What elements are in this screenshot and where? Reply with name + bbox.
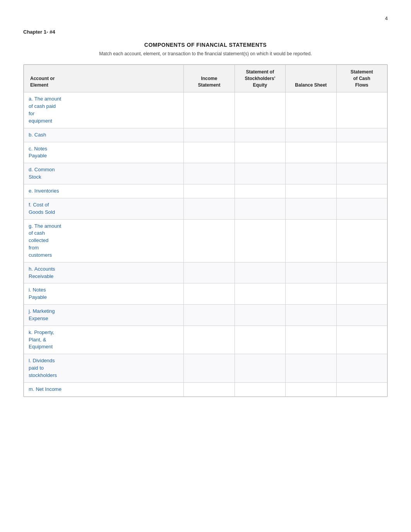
cash-cell-g[interactable] xyxy=(336,219,387,262)
cash-cell-h[interactable] xyxy=(336,262,387,283)
income-cell-g[interactable] xyxy=(184,219,235,262)
cash-cell-j[interactable] xyxy=(336,305,387,326)
table-row: j.MarketingExpense xyxy=(24,305,387,326)
cash-cell-l[interactable] xyxy=(336,354,387,383)
header-cash: Statementof CashFlows xyxy=(336,65,387,92)
income-cell-e[interactable] xyxy=(184,184,235,198)
income-cell-k[interactable] xyxy=(184,326,235,354)
income-cell-m[interactable] xyxy=(184,382,235,396)
account-cell-k: k.Property,Plant, &Equipment xyxy=(24,326,184,354)
table-row: l.Dividendspaid tostockholders xyxy=(24,354,387,383)
cash-cell-e[interactable] xyxy=(336,184,387,198)
table-row: m.Net Income xyxy=(24,382,387,396)
table-row: i.NotesPayable xyxy=(24,283,387,305)
cash-cell-f[interactable] xyxy=(336,198,387,219)
account-cell-i: i.NotesPayable xyxy=(24,283,184,305)
header-income: IncomeStatement xyxy=(184,65,235,92)
balance-cell-f[interactable] xyxy=(286,198,336,219)
income-cell-i[interactable] xyxy=(184,283,235,305)
income-cell-b[interactable] xyxy=(184,128,235,142)
income-cell-h[interactable] xyxy=(184,262,235,283)
balance-cell-m[interactable] xyxy=(286,382,336,396)
stockholders-cell-l[interactable] xyxy=(235,354,285,383)
stockholders-cell-e[interactable] xyxy=(235,184,285,198)
account-cell-h: h.AccountsReceivable xyxy=(24,262,184,283)
income-cell-l[interactable] xyxy=(184,354,235,383)
table-row: h.AccountsReceivable xyxy=(24,262,387,283)
components-table: Account orElement IncomeStatement Statem… xyxy=(23,64,388,397)
table-row: d.CommonStock xyxy=(24,163,387,184)
balance-cell-l[interactable] xyxy=(286,354,336,383)
account-cell-c: c.NotesPayable xyxy=(24,142,184,163)
stockholders-cell-k[interactable] xyxy=(235,326,285,354)
stockholders-cell-m[interactable] xyxy=(235,382,285,396)
table-row: c.NotesPayable xyxy=(24,142,387,163)
cash-cell-i[interactable] xyxy=(336,283,387,305)
stockholders-cell-j[interactable] xyxy=(235,305,285,326)
cash-cell-a[interactable] xyxy=(336,92,387,128)
balance-cell-g[interactable] xyxy=(286,219,336,262)
stockholders-cell-g[interactable] xyxy=(235,219,285,262)
cash-cell-b[interactable] xyxy=(336,128,387,142)
stockholders-cell-f[interactable] xyxy=(235,198,285,219)
stockholders-cell-a[interactable] xyxy=(235,92,285,128)
section-instructions: Match each account, element, or transact… xyxy=(23,51,388,56)
account-cell-m: m.Net Income xyxy=(24,382,184,396)
cash-cell-m[interactable] xyxy=(336,382,387,396)
table-row: g.The amountof cashcollectedfromcustomer… xyxy=(24,219,387,262)
income-cell-a[interactable] xyxy=(184,92,235,128)
account-cell-l: l.Dividendspaid tostockholders xyxy=(24,354,184,383)
chapter-label: Chapter 1- #4 xyxy=(23,29,388,35)
page-number: 4 xyxy=(23,15,388,21)
balance-cell-c[interactable] xyxy=(286,142,336,163)
balance-cell-a[interactable] xyxy=(286,92,336,128)
balance-cell-h[interactable] xyxy=(286,262,336,283)
account-cell-a: a.The amountof cash paidforequipment xyxy=(24,92,184,128)
account-cell-f: f.Cost ofGoods Sold xyxy=(24,198,184,219)
balance-cell-j[interactable] xyxy=(286,305,336,326)
cash-cell-c[interactable] xyxy=(336,142,387,163)
account-cell-g: g.The amountof cashcollectedfromcustomer… xyxy=(24,219,184,262)
account-cell-e: e.Inventories xyxy=(24,184,184,198)
income-cell-d[interactable] xyxy=(184,163,235,184)
income-cell-j[interactable] xyxy=(184,305,235,326)
stockholders-cell-d[interactable] xyxy=(235,163,285,184)
table-row: e.Inventories xyxy=(24,184,387,198)
table-row: b.Cash xyxy=(24,128,387,142)
stockholders-cell-h[interactable] xyxy=(235,262,285,283)
header-account: Account orElement xyxy=(24,65,184,92)
section-title: COMPONENTS OF FINANCIAL STATEMENTS xyxy=(23,42,388,48)
cash-cell-d[interactable] xyxy=(336,163,387,184)
balance-cell-i[interactable] xyxy=(286,283,336,305)
balance-cell-d[interactable] xyxy=(286,163,336,184)
income-cell-f[interactable] xyxy=(184,198,235,219)
stockholders-cell-i[interactable] xyxy=(235,283,285,305)
cash-cell-k[interactable] xyxy=(336,326,387,354)
header-balance: Balance Sheet xyxy=(286,65,336,92)
account-cell-d: d.CommonStock xyxy=(24,163,184,184)
stockholders-cell-b[interactable] xyxy=(235,128,285,142)
table-row: a.The amountof cash paidforequipment xyxy=(24,92,387,128)
income-cell-c[interactable] xyxy=(184,142,235,163)
table-row: k.Property,Plant, &Equipment xyxy=(24,326,387,354)
balance-cell-b[interactable] xyxy=(286,128,336,142)
balance-cell-e[interactable] xyxy=(286,184,336,198)
table-row: f.Cost ofGoods Sold xyxy=(24,198,387,219)
stockholders-cell-c[interactable] xyxy=(235,142,285,163)
account-cell-b: b.Cash xyxy=(24,128,184,142)
table-header-row: Account orElement IncomeStatement Statem… xyxy=(24,65,387,92)
header-stockholders: Statement ofStockholders'Equity xyxy=(235,65,285,92)
account-cell-j: j.MarketingExpense xyxy=(24,305,184,326)
balance-cell-k[interactable] xyxy=(286,326,336,354)
